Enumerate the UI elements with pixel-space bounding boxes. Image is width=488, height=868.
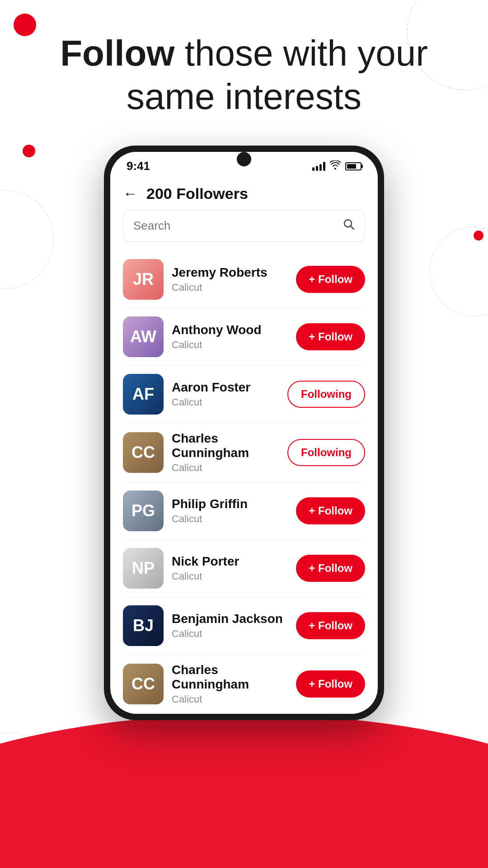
follow-button[interactable]: + Follow <box>296 555 365 582</box>
phone-screen: 9:41 <box>110 152 378 714</box>
following-button[interactable]: Following <box>287 381 365 408</box>
avatar-initials: AW <box>123 316 164 357</box>
signal-icon <box>312 162 325 171</box>
user-name: Anthony Wood <box>172 323 288 337</box>
bg-red-bottom-shape <box>0 714 488 868</box>
hero-title-bold: Follow <box>60 33 174 73</box>
avatar-initials: JR <box>123 259 164 300</box>
avatar-initials: CC <box>123 432 164 473</box>
avatar: NP <box>123 548 164 589</box>
battery-icon <box>345 162 361 170</box>
list-item: JR Jeremy Roberts Calicut + Follow <box>123 251 365 308</box>
user-info: Jeremy Roberts Calicut <box>172 265 288 293</box>
avatar-initials: CC <box>123 664 164 704</box>
avatar: JR <box>123 259 164 300</box>
user-location: Calicut <box>172 628 288 640</box>
list-item: AF Aaron Foster Calicut Following <box>123 366 365 423</box>
avatar: AW <box>123 316 164 357</box>
user-location: Calicut <box>172 693 288 705</box>
status-time: 9:41 <box>127 159 150 173</box>
user-location: Calicut <box>172 339 288 351</box>
user-name: Charles Cunningham <box>172 663 288 692</box>
avatar: CC <box>123 432 164 473</box>
user-location: Calicut <box>172 571 288 582</box>
follow-button[interactable]: + Follow <box>296 266 365 293</box>
list-item: CC Charles Cunningham Calicut Following <box>123 423 365 482</box>
status-icons <box>312 160 361 172</box>
search-icon <box>343 218 355 233</box>
list-item: AW Anthony Wood Calicut + Follow <box>123 308 365 366</box>
avatar-initials: BJ <box>123 605 164 646</box>
list-item: NP Nick Porter Calicut + Follow <box>123 540 365 597</box>
user-info: Anthony Wood Calicut <box>172 323 288 351</box>
search-input[interactable] <box>133 219 343 233</box>
list-item: BJ Benjamin Jackson Calicut + Follow <box>123 597 365 655</box>
user-list: JR Jeremy Roberts Calicut + Follow AW An… <box>123 251 365 714</box>
hero-section: Follow those with your same interests <box>0 0 488 137</box>
camera-notch <box>237 152 251 166</box>
user-location: Calicut <box>172 513 288 525</box>
back-button[interactable]: ← <box>123 185 137 202</box>
user-info: Charles Cunningham Calicut <box>172 431 279 474</box>
user-info: Philip Griffin Calicut <box>172 497 288 525</box>
avatar-initials: NP <box>123 548 164 589</box>
follow-button[interactable]: + Follow <box>296 612 365 639</box>
user-info: Benjamin Jackson Calicut <box>172 612 288 640</box>
follow-button[interactable]: + Follow <box>296 670 365 698</box>
user-name: Aaron Foster <box>172 380 279 395</box>
app-header: ← 200 Followers <box>123 178 365 210</box>
avatar: CC <box>123 664 164 704</box>
hero-title: Follow those with your same interests <box>27 32 461 118</box>
user-name: Charles Cunningham <box>172 431 279 460</box>
svg-line-1 <box>351 226 354 229</box>
user-name: Philip Griffin <box>172 497 288 511</box>
wifi-icon <box>330 160 341 172</box>
avatar: AF <box>123 374 164 415</box>
user-info: Charles Cunningham Calicut <box>172 663 288 705</box>
user-info: Nick Porter Calicut <box>172 554 288 582</box>
user-name: Nick Porter <box>172 554 288 569</box>
user-location: Calicut <box>172 282 288 293</box>
list-item: CC Charles Cunningham Calicut + Follow <box>123 655 365 714</box>
follow-button[interactable]: + Follow <box>296 497 365 524</box>
search-bar[interactable] <box>123 210 365 242</box>
phone-frame: 9:41 <box>104 146 384 720</box>
list-item: PG Philip Griffin Calicut + Follow <box>123 482 365 540</box>
follow-button[interactable]: + Follow <box>296 323 365 350</box>
app-content: ← 200 Followers JR <box>110 178 378 714</box>
page-title: 200 Followers <box>146 185 248 203</box>
avatar: BJ <box>123 605 164 646</box>
user-location: Calicut <box>172 396 279 408</box>
user-info: Aaron Foster Calicut <box>172 380 279 408</box>
following-button[interactable]: Following <box>287 439 365 466</box>
avatar-initials: AF <box>123 374 164 415</box>
avatar: PG <box>123 491 164 531</box>
user-name: Jeremy Roberts <box>172 265 288 280</box>
phone-mockup: 9:41 <box>0 146 488 720</box>
avatar-initials: PG <box>123 491 164 531</box>
user-name: Benjamin Jackson <box>172 612 288 626</box>
user-location: Calicut <box>172 462 279 474</box>
